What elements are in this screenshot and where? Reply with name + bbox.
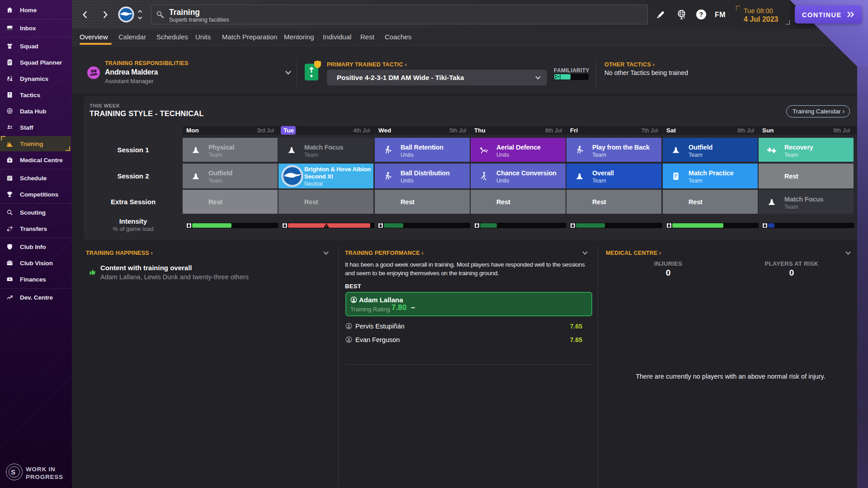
svg-text:?: ? (699, 11, 703, 18)
